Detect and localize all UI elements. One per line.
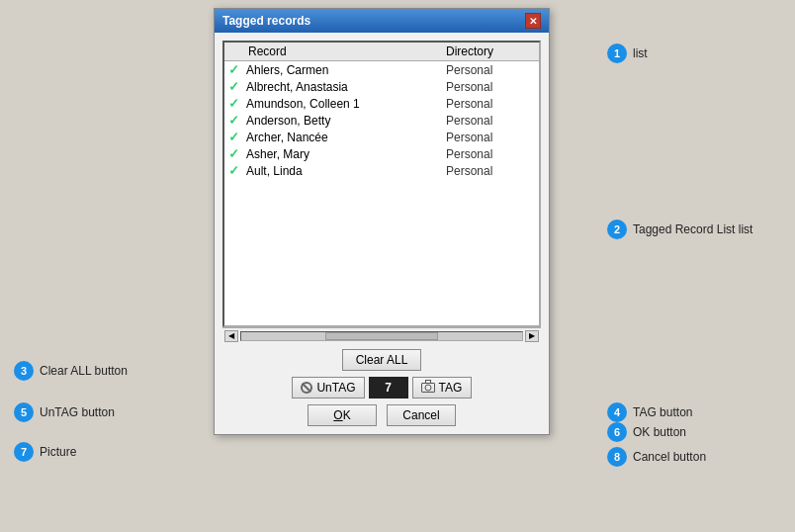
annotation-5: 5 UnTAG button: [14, 402, 115, 422]
list-item[interactable]: ✓Ahlers, CarmenPersonal: [224, 61, 539, 78]
tagged-checkmark-icon: ✓: [228, 130, 242, 144]
tagged-records-dialog: Tagged records ✕ Record Directory ✓Ahler…: [214, 8, 550, 435]
annotation-text-5: UnTAG button: [40, 405, 115, 419]
list-item[interactable]: ✓Anderson, BettyPersonal: [224, 112, 539, 129]
annotation-bubble-6: 6: [607, 422, 627, 442]
record-name: Asher, Mary: [246, 147, 446, 161]
cancel-button[interactable]: Cancel: [387, 404, 456, 426]
record-name: Amundson, Colleen 1: [246, 97, 446, 111]
record-directory: Personal: [446, 164, 535, 178]
annotation-1: 1 list: [607, 44, 648, 63]
record-directory: Personal: [446, 63, 535, 77]
record-directory: Personal: [446, 97, 535, 111]
list-item[interactable]: ✓Archer, NancéePersonal: [224, 129, 539, 145]
list-item[interactable]: ✓Asher, MaryPersonal: [224, 145, 539, 162]
annotation-text-2: Tagged Record List list: [633, 222, 752, 236]
col-directory-header: Directory: [446, 44, 535, 58]
tagged-checkmark-icon: ✓: [228, 62, 242, 77]
annotation-bubble-1: 1: [607, 44, 627, 63]
list-item[interactable]: ✓Amundson, Colleen 1Personal: [224, 95, 539, 112]
untag-button[interactable]: UnTAG: [292, 377, 364, 399]
tagged-checkmark-icon: ✓: [228, 96, 242, 111]
record-directory: Personal: [446, 131, 535, 144]
annotation-2: 2 Tagged Record List list: [607, 220, 752, 239]
annotation-text-3: Clear ALL button: [40, 364, 128, 378]
record-name: Albrecht, Anastasia: [246, 80, 446, 94]
tagged-checkmark-icon: ✓: [228, 79, 242, 94]
annotation-text-8: Cancel button: [633, 450, 706, 464]
annotation-text-6: OK button: [633, 425, 686, 439]
record-directory: Personal: [446, 147, 535, 161]
record-name: Archer, Nancée: [246, 131, 446, 144]
annotation-6: 6 OK button: [607, 422, 686, 442]
ok-u-letter: O: [333, 408, 342, 422]
record-directory: Personal: [446, 114, 535, 128]
dialog-titlebar: Tagged records ✕: [215, 9, 549, 33]
tagged-checkmark-icon: ✓: [228, 146, 242, 161]
record-name: Anderson, Betty: [246, 114, 446, 128]
untag-icon: [301, 382, 312, 394]
annotation-bubble-8: 8: [607, 447, 627, 467]
annotation-bubble-7: 7: [14, 442, 34, 462]
list-body[interactable]: ✓Ahlers, CarmenPersonal✓Albrecht, Anasta…: [224, 61, 539, 320]
tagged-checkmark-icon: ✓: [228, 113, 242, 128]
annotation-text-1: list: [633, 46, 648, 60]
scroll-left-button[interactable]: ◀: [224, 330, 238, 342]
untag-tag-row: UnTAG 7 TAG: [222, 377, 541, 399]
annotation-4: 4 TAG button: [607, 402, 692, 422]
scroll-track[interactable]: [240, 331, 523, 341]
bottom-controls: Clear ALL UnTAG 7 TAG OK Cancel: [222, 349, 541, 426]
record-name: Ault, Linda: [246, 164, 446, 178]
record-name: Ahlers, Carmen: [246, 63, 446, 77]
tagged-records-list[interactable]: Record Directory ✓Ahlers, CarmenPersonal…: [222, 41, 541, 327]
ok-cancel-row: OK Cancel: [222, 404, 541, 426]
record-directory: Personal: [446, 80, 535, 94]
dialog-body: Record Directory ✓Ahlers, CarmenPersonal…: [215, 33, 549, 434]
list-item[interactable]: ✓Ault, LindaPersonal: [224, 162, 539, 179]
annotation-bubble-3: 3: [14, 361, 34, 381]
dialog-title: Tagged records: [222, 14, 310, 28]
tag-icon: [421, 383, 435, 393]
tagged-checkmark-icon: ✓: [228, 163, 242, 178]
tag-label: TAG: [439, 381, 463, 395]
list-header: Record Directory: [224, 43, 539, 61]
ok-k-letter: K: [343, 408, 351, 422]
annotation-7: 7 Picture: [14, 442, 76, 462]
count-display: 7: [369, 377, 408, 399]
col-record-header: Record: [228, 44, 446, 58]
list-item[interactable]: ✓Albrecht, AnastasiaPersonal: [224, 78, 539, 95]
clear-all-button[interactable]: Clear ALL: [342, 349, 421, 371]
annotation-bubble-5: 5: [14, 402, 34, 422]
ok-button[interactable]: OK: [308, 404, 377, 426]
annotation-text-4: TAG button: [633, 405, 692, 419]
annotation-3: 3 Clear ALL button: [14, 361, 128, 381]
tag-button[interactable]: TAG: [412, 377, 472, 399]
annotation-text-7: Picture: [40, 445, 76, 459]
annotation-bubble-2: 2: [607, 220, 627, 239]
scroll-right-button[interactable]: ▶: [525, 330, 539, 342]
scroll-thumb[interactable]: [325, 332, 438, 340]
close-button[interactable]: ✕: [525, 13, 541, 29]
untag-label: UnTAG: [316, 381, 355, 395]
annotation-8: 8 Cancel button: [607, 447, 706, 467]
clear-all-row: Clear ALL: [222, 349, 541, 371]
horizontal-scrollbar[interactable]: ◀ ▶: [222, 327, 541, 343]
annotation-bubble-4: 4: [607, 402, 627, 422]
